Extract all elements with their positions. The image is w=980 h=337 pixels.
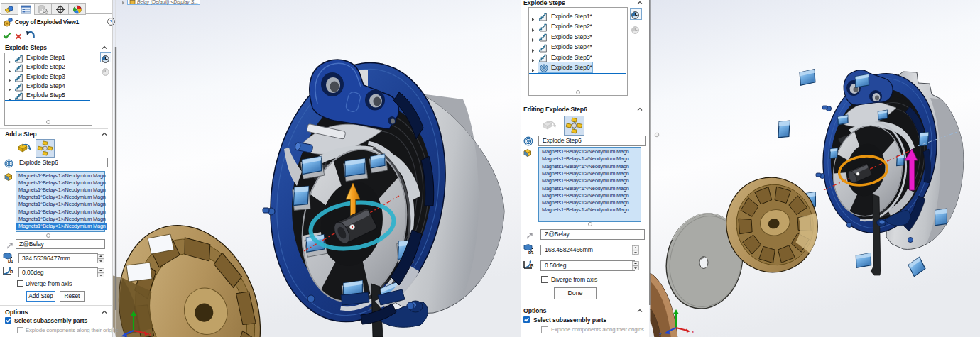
svg-text:z: z xyxy=(659,332,662,337)
svg-text:D1: D1 xyxy=(8,259,13,263)
svg-text:D1: D1 xyxy=(528,250,534,255)
svg-text:x: x xyxy=(692,329,695,334)
svg-text:R: R xyxy=(530,263,534,267)
svg-text:Belay (Default) <Display S...: Belay (Default) <Display S... xyxy=(137,0,198,5)
svg-text:R: R xyxy=(10,270,13,274)
svg-text:x: x xyxy=(148,332,151,337)
